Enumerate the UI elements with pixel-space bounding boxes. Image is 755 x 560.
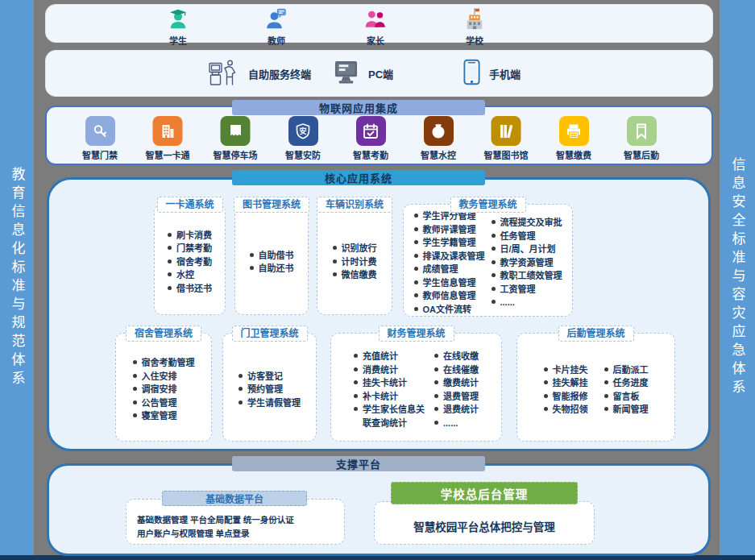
list-item: 流程提交及审批 (492, 216, 562, 230)
system-box-dorm: 宿舍管理系统 宿舍考勤管理入住安排调宿安排公告管理寝室管理 (115, 333, 212, 442)
bullet-icon (250, 266, 254, 270)
access-terminals-panel: 自助服务终端 PC端 手机端 (45, 50, 713, 97)
iot-label: 智慧门禁 (82, 148, 118, 161)
bullet-icon (333, 272, 337, 276)
base-platform-line2: 用户账户与权限管理 单点登录 (137, 527, 344, 541)
list-item: 学生学籍管理 (414, 236, 485, 250)
terminal-label: PC端 (368, 66, 393, 81)
list-item: OA文件流转 (414, 303, 485, 317)
bullet-icon (354, 380, 358, 384)
base-platform-line1: 基础数据管理 平台全局配置 统一身份认证 (137, 513, 344, 527)
right-security-sidebar: 信息安全标准与容灾应急体系 (720, 0, 755, 555)
bullet-icon (414, 254, 418, 258)
bullet-icon (239, 387, 243, 391)
list-item: 宿舍考勤 (168, 255, 212, 269)
teacher-icon (266, 8, 288, 33)
feature-list: 在线收缴在线催缴缴费统计退费管理退费统计...... (434, 350, 479, 429)
system-box-logistics: 后勤管理系统 卡片挂失挂失解挂智能报修失物招领 后勤派工任务进度留言板新闻管理 (516, 333, 675, 442)
list-item: 缴费统计 (434, 376, 479, 390)
list-item: 智能报修 (544, 390, 588, 404)
bullet-icon (354, 354, 358, 358)
list-item: 教学资源管理 (492, 256, 562, 270)
bullet-icon (434, 380, 438, 384)
support-section-header: 支撑平台 (232, 456, 485, 471)
bullet-icon (492, 300, 496, 304)
system-box-body: 刷卡消费门禁考勤宿舍考勤水控借书还书 (155, 205, 225, 314)
bullet-icon (434, 421, 438, 425)
list-item: 自助借书 (250, 249, 294, 263)
iot-label: 智慧后勤 (624, 148, 659, 161)
bullet-icon (133, 400, 137, 404)
system-box-onecard: 一卡通系统 刷卡消费门禁考勤宿舍考勤水控借书还书 (154, 204, 226, 315)
feature-list: 后勤派工任务进度留言板新闻管理 (604, 363, 649, 417)
iot-label: 智慧一卡通 (146, 148, 190, 161)
iot-item-water: 智慧水控 (421, 116, 456, 161)
bullet-icon (168, 259, 172, 263)
calendar-check-icon (356, 116, 386, 146)
school-admin-desc: 智慧校园平台总体把控与管理 (413, 518, 555, 534)
iot-label: 智慧考勤 (353, 148, 388, 161)
terminal-item-pc: PC端 (333, 60, 393, 87)
terminal-item-kiosk: 自助服务终端 (207, 58, 311, 89)
bullet-icon (604, 407, 608, 411)
user-item-parent: 家长 (365, 8, 387, 47)
iot-label: 智慧安防 (285, 148, 321, 161)
system-box-vehicle: 车辆识别系统 识别放行计时计费微信缴费 (317, 204, 392, 315)
list-item: 任务管理 (492, 230, 562, 243)
list-item: 刷卡消费 (168, 229, 212, 243)
list-item: 微信缴费 (333, 268, 377, 282)
list-item: 学生家长信息关联查询统计 (354, 403, 428, 429)
feature-list: 充值统计消费统计挂失卡统计补卡统计学生家长信息关联查询统计 (354, 350, 428, 429)
bullet-icon (414, 267, 418, 271)
printer-icon (559, 116, 589, 146)
system-box-library: 图书管理系统 自助借书自助还书 (234, 204, 309, 315)
list-item: 教师信息管理 (414, 289, 485, 303)
right-sidebar-label: 信息安全标准与容灾应急体系 (728, 157, 748, 398)
user-label: 学生 (169, 34, 187, 47)
user-item-teacher: 教师 (266, 8, 288, 47)
list-item: 宿舍考勤管理 (133, 356, 195, 370)
left-sidebar-label: 教育信息化标准与规范体系 (7, 167, 27, 389)
system-box-body: 识别放行计时计费微信缴费 (317, 205, 392, 314)
iot-item-attendance: 智慧考勤 (353, 116, 388, 161)
system-box-body: 自助借书自助还书 (235, 205, 308, 314)
bookmark-icon (627, 116, 657, 146)
feature-list: 自助借书自助还书 (250, 249, 294, 276)
list-item: 留言板 (604, 390, 649, 404)
feature-list: 刷卡消费门禁考勤宿舍考勤水控借书还书 (168, 229, 212, 296)
system-box-title: 财务管理系统 (378, 326, 454, 342)
list-item: 消费统计 (354, 363, 428, 377)
list-item: 挂失卡统计 (354, 376, 428, 390)
building-icon (153, 116, 183, 146)
list-item: 门禁考勤 (168, 242, 212, 255)
list-item: ...... (492, 296, 562, 309)
feature-list: 卡片挂失挂失解挂智能报修失物招领 (544, 363, 588, 417)
list-item: 自助还书 (250, 262, 294, 276)
terminal-label: 手机端 (489, 66, 521, 81)
system-box-academic: 教务管理系统 学生评分管理教师评课管理学生学籍管理排课及课表管理成绩管理学生信息… (403, 204, 573, 317)
bullet-icon (434, 407, 438, 411)
school-icon (463, 8, 487, 33)
bullet-icon (414, 227, 418, 231)
iot-item-security: 安 智慧安防 (285, 116, 321, 161)
bullet-icon (544, 380, 548, 384)
list-item: 访客登记 (239, 370, 301, 384)
bullet-icon (492, 273, 496, 277)
bullet-icon (544, 394, 548, 398)
iot-section-header: 物联网应用集成 (232, 100, 485, 115)
user-label: 学校 (466, 34, 483, 47)
terminal-label: 自助服务终端 (248, 66, 311, 81)
iot-label: 智慧缴费 (556, 148, 591, 161)
bullet-icon (492, 260, 496, 264)
bullet-icon (250, 253, 254, 257)
system-box-body: 宿舍考勤管理入住安排调宿安排公告管理寝室管理 (116, 334, 211, 441)
support-platform-panel: 基础数据平台 基础数据管理 平台全局配置 统一身份认证 用户账户与权限管理 单点… (47, 463, 711, 556)
core-systems-panel: 一卡通系统 刷卡消费门禁考勤宿舍考勤水控借书还书 图书管理系统 自助借书自助还书… (47, 177, 711, 451)
bullet-icon (492, 234, 496, 238)
list-item: 预约管理 (239, 383, 301, 396)
system-box-title: 门卫管理系统 (231, 326, 307, 342)
list-item: 工资管理 (492, 283, 562, 297)
iot-item-access: 智慧门禁 (82, 116, 118, 161)
list-item: 失物招领 (544, 403, 588, 417)
iot-label: 智慧水控 (421, 148, 456, 161)
